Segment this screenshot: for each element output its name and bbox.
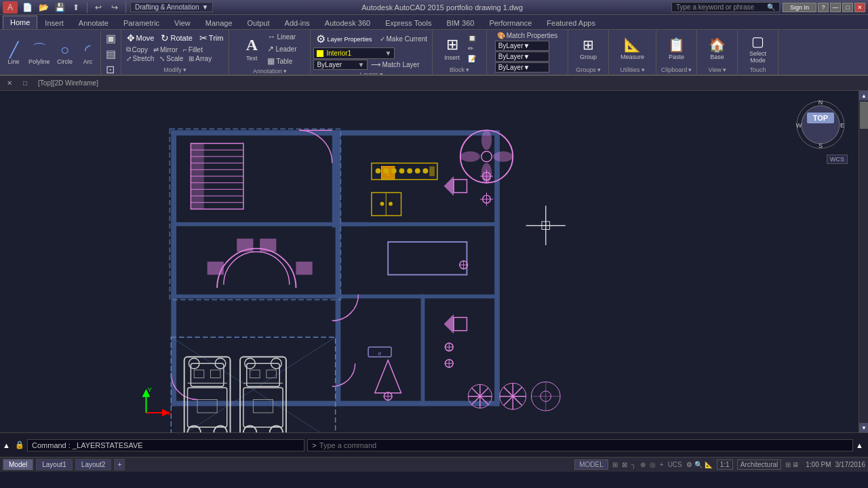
tab-addins[interactable]: Add-ins [277,16,317,29]
vertical-scrollbar[interactable]: ▲ ▼ [859,91,868,432]
open-button[interactable]: 📂 [37,1,50,14]
cmdline-collapse[interactable]: ▲ [3,441,12,449]
trim-button[interactable]: ✂ Trim [197,31,226,45]
undo-button[interactable]: ↩ [92,1,105,14]
bylayer2-dropdown[interactable]: ByLayer▼ [495,52,549,62]
tab-insert[interactable]: Insert [37,16,71,29]
create-button[interactable]: 🔲 [466,34,478,43]
leader-button[interactable]: ↗ Leader [265,43,298,54]
mirror-button[interactable]: ⇌ Mirror [151,45,180,54]
array-button[interactable]: ⊞ Array [186,54,214,63]
scroll-up-button[interactable]: ▲ [859,91,868,100]
snap-button[interactable]: ⊠ [622,461,627,468]
move-button[interactable]: ✥ Move [124,31,157,45]
layout2-tab[interactable]: Layout2 [75,459,112,470]
line-button[interactable]: ╱ Line [3,41,24,66]
block-group-label[interactable]: Block ▾ [450,66,469,73]
tab-expresstools[interactable]: Express Tools [378,16,439,29]
match-layer-button[interactable]: ⟶ Match Layer [369,60,421,69]
layer-dropdown[interactable]: Interior1 ▼ [313,47,395,59]
cmdline-lock[interactable]: 🔒 [15,441,24,449]
view-group-label[interactable]: View▾ [708,66,726,73]
redo-button[interactable]: ↪ [108,1,121,14]
bylayer3-dropdown[interactable]: ByLayer▼ [495,62,549,73]
scroll-thumb[interactable] [860,102,868,129]
group-button[interactable]: ⊞ Group [577,35,599,62]
base-button[interactable]: 🏠 Base [706,35,728,62]
cmdline-expand[interactable]: ▲ [856,441,865,449]
copy-button[interactable]: ⧉ Copy [124,45,150,54]
maximize-button[interactable]: □ [842,3,853,12]
polar-button[interactable]: ⊕ [640,461,646,468]
tab-home[interactable]: Home [3,16,37,29]
save-button[interactable]: 💾 [53,1,66,14]
viewport-controls-restore[interactable]: □ [20,79,30,87]
new-layout-button[interactable]: + [114,459,125,470]
text-button[interactable]: A Text [241,35,262,63]
insert-button[interactable]: ⊞ Insert [441,35,463,62]
block-dropdown-arrow[interactable]: ▾ [466,66,469,73]
app-menu-button[interactable]: A [3,1,18,14]
linear-button[interactable]: ↔ Linear [265,31,298,42]
tab-autodesk360[interactable]: Autodesk 360 [317,16,378,29]
tab-featuredapps[interactable]: Featured Apps [539,16,603,29]
fillet-button[interactable]: ⌐ Fillet [181,45,205,54]
layers-dropdown-arrow[interactable]: ▾ [380,71,383,76]
scale-button[interactable]: ⤡ Scale [157,54,185,63]
stretch-button[interactable]: ⤢ Stretch [124,54,157,63]
bylayer-dropdown[interactable]: ByLayer▼ [495,41,549,51]
boundary-button[interactable]: ⊡ [104,62,118,76]
model-tab[interactable]: Model [3,459,33,470]
tab-output[interactable]: Output [240,16,277,29]
grid-button[interactable]: ⊞ [612,461,618,468]
layer-properties-button[interactable]: ⚙ Layer Properties [313,31,374,47]
utilities-group-label[interactable]: Utilities▾ [620,66,645,73]
signin-button[interactable]: Sign In [783,3,816,12]
edit-button[interactable]: ✏ [466,44,478,53]
groups-group-label[interactable]: Groups▾ [576,66,601,73]
cmdline-input-area[interactable]: > [307,439,853,451]
tab-annotate[interactable]: Annotate [71,16,116,29]
tab-performance[interactable]: Performance [481,16,539,29]
annotation-group-label[interactable]: Annotation ▾ [253,68,287,75]
tab-view[interactable]: View [167,16,198,29]
viewport-label[interactable]: [Top][2D Wireframe] [35,79,101,87]
workspace-selector[interactable]: Drafting & Annotation ▼ [130,2,213,12]
layers-group-label[interactable]: Layers ▾ [360,71,383,76]
close-button[interactable]: ✕ [854,3,865,12]
save-as-button[interactable]: ⬆ [69,1,83,14]
polyline-button[interactable]: ⌒ Polyline [26,41,53,66]
hatch-button[interactable]: ▣ [104,31,118,45]
help-button[interactable]: ? [818,3,829,12]
measure-button[interactable]: 📐 Measure [618,35,647,62]
minimize-button[interactable]: — [830,3,841,12]
cmdline-input[interactable] [319,441,848,449]
tab-bim360[interactable]: BIM 360 [439,16,481,29]
drawing-area[interactable]: S [0,91,868,432]
viewcube[interactable]: TOP N S E W [793,98,848,152]
circle-button[interactable]: ○ Circle [54,41,76,66]
gradient-button[interactable]: ▤ [104,47,118,61]
arc-button[interactable]: ◜ Arc [77,41,99,66]
make-current-button[interactable]: ✓ Make Current [378,35,430,43]
tab-parametric[interactable]: Parametric [116,16,167,29]
select-mode-button[interactable]: ▢ SelectMode [747,32,769,65]
osnap-button[interactable]: ◎ [650,461,656,468]
viewport-controls-close[interactable]: ✕ [4,79,15,87]
otrack-button[interactable]: + [660,461,664,468]
units-dropdown[interactable]: Architectural [737,460,782,470]
rotate-button[interactable]: ↻ Rotate [158,31,195,45]
match-props-button[interactable]: 🎨 Match Properties [495,31,560,40]
paste-button[interactable]: 📋 Paste [665,35,688,62]
table-button[interactable]: ▦ Table [265,56,298,66]
ortho-button[interactable]: ┐ [631,461,636,468]
modify-dropdown-arrow[interactable]: ▾ [183,66,186,73]
layer-color-dropdown[interactable]: ByLayer ▼ [313,60,368,70]
annotation-dropdown-arrow[interactable]: ▾ [283,68,287,75]
scroll-down-button[interactable]: ▼ [859,423,868,432]
tab-manage[interactable]: Manage [198,16,240,29]
new-button[interactable]: 📄 [20,1,34,14]
search-box[interactable]: Type a keyword or phrase 🔍 [671,2,780,12]
ucs-button[interactable]: UCS [668,461,682,468]
layout1-tab[interactable]: Layout1 [36,459,73,470]
